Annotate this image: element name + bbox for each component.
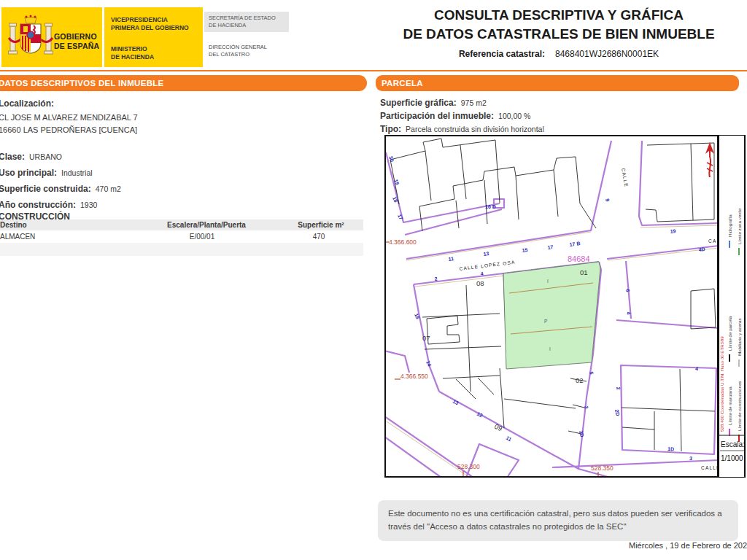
ano-construccion-value: 1930 <box>80 201 97 209</box>
construction-type-label: I <box>549 346 551 351</box>
house-number-label: 4D <box>698 246 705 252</box>
legend-item-label: Límite de parcela <box>727 316 732 351</box>
cell-superficie: 470 <box>313 233 325 241</box>
house-number-label: 16 D <box>485 204 496 209</box>
legend-utm-note: 528.400 Coordenadas U.T.M. Huso 30 ETRS8… <box>719 336 724 432</box>
cell-escalera: E/00/01 <box>190 233 214 241</box>
localizacion-label: Localización: <box>0 98 54 109</box>
spain-coat-of-arms-icon <box>7 13 54 61</box>
secretaria-line2: DE HACIENDA <box>209 22 285 29</box>
uso-principal-label: Uso principal: <box>0 168 57 178</box>
legend-item-label: Hidrografía <box>727 214 732 237</box>
legend-item-label: Mobiliario y aceras <box>737 318 742 356</box>
col-escalera-planta-puerta: Escalera/Planta/Puerta <box>167 221 246 229</box>
superficie-construida-value: 470 m2 <box>96 184 121 193</box>
address-line2: 16660 LAS PEDROÑERAS [CUENCA] <box>0 125 137 134</box>
escala-label: Escala: <box>721 440 745 448</box>
house-number-label: 1D <box>667 446 674 451</box>
house-number-label: 3 <box>689 456 692 461</box>
gobierno-text-line1: GOBIERNO <box>54 32 99 42</box>
house-number-label: 11 <box>448 256 454 262</box>
gobierno-logo-box: GOBIERNO DE ESPAÑA <box>1 7 102 67</box>
superficie-construida-label: Superficie construida: <box>0 184 91 194</box>
secretaria-box: SECRETARÍA DE ESTADO DE HACIENDA <box>204 12 289 32</box>
document-title-line1: CONSULTA DESCRIPTIVA Y GRÁFICA <box>379 7 738 23</box>
coordinate-label: 528.300 <box>457 463 480 470</box>
uso-principal-value: Industrial <box>61 168 93 177</box>
coordinate-label: 4.366.550 <box>400 373 428 380</box>
parcel-number-label: 08 <box>476 279 484 287</box>
ref-catastral-label: Referencia catastral: <box>459 49 545 59</box>
street-name-label: CA <box>708 238 716 244</box>
house-number-label: 17 <box>547 244 554 250</box>
ministerio-line1: MINISTERIO <box>111 45 154 53</box>
col-superficie: Superficie m² <box>298 221 344 229</box>
house-number-label: 15 <box>522 247 528 253</box>
parcela-section-header: PARCELA <box>376 75 739 91</box>
ministerio-line2: DE HACIENDA <box>111 53 154 61</box>
house-number-label: 4 <box>695 366 698 371</box>
clase-label: Clase: <box>0 152 25 162</box>
participacion-label: Participación del inmueble: <box>380 111 494 121</box>
coordinate-label: 4.366.600 <box>389 238 417 246</box>
participacion-value: 100,00 % <box>498 112 530 120</box>
gobierno-text-line2: DE ESPAÑA <box>54 42 99 51</box>
manzana-number-label: 84684 <box>568 254 590 263</box>
left-section-header: DATOS DESCRIPTIVOS DEL INMUEBLE <box>0 75 367 91</box>
tipo-value: Parcela construida sin división horizont… <box>406 125 544 133</box>
document-title-line2: DE DATOS CATASTRALES DE BIEN INMUEBLE <box>379 26 738 42</box>
parcel-number-label: 01 <box>580 268 588 276</box>
vicepresidencia-line1: VICEPRESIDENCIA <box>111 16 189 24</box>
legend-item-label: Límite de construcciones <box>737 381 742 431</box>
legend-item-label: Límite zona verde <box>737 208 742 244</box>
parcel-number-label: 07 <box>422 334 430 342</box>
ministerio-box: VICEPRESIDENCIA PRIMERA DEL GOBIERNO MIN… <box>104 7 203 67</box>
disclaimer-text: Este documento no es una certificación c… <box>388 509 722 531</box>
orange-divider-rule <box>0 70 747 71</box>
legend-item-label: Límite de manzana <box>727 386 732 425</box>
secretaria-line1: SECRETARÍA DE ESTADO <box>209 15 285 22</box>
cell-destino: ALMACEN <box>0 233 35 241</box>
superficie-grafica-label: Superficie gráfica: <box>380 98 457 108</box>
direccion-general-label: DIRECCIÓN GENERAL DEL CATASTRO <box>209 44 267 58</box>
cadastral-document: GOBIERNO DE ESPAÑA VICEPRESIDENCIA PRIME… <box>0 0 747 560</box>
house-number-label: 13 <box>483 251 489 257</box>
ref-catastral-value: 8468401WJ2686N0001EK <box>555 49 659 59</box>
construccion-table-empty-row <box>0 243 363 256</box>
coordinate-label: 528.350 <box>591 464 614 472</box>
vicepresidencia-line2: PRIMERA DEL GOBIERNO <box>111 24 189 32</box>
direccion-line2: DEL CATASTRO <box>209 51 267 58</box>
escala-value: 1/1000 <box>721 454 743 462</box>
document-date: Miércoles , 19 de Febrero de 2025 <box>629 541 747 550</box>
ano-construccion-label: Año construcción: <box>0 200 76 210</box>
construction-type-label: P <box>544 319 547 324</box>
address-line1: CL JOSE M ALVAREZ MENDIZABAL 7 <box>0 113 138 122</box>
col-destino: Destino <box>0 221 27 229</box>
construction-type-label: I <box>547 279 549 284</box>
house-number-label: 19 <box>670 228 676 234</box>
tipo-label: Tipo: <box>380 124 401 134</box>
street-name-label: CALLE <box>701 465 719 470</box>
parcel-number-label: 02 <box>576 376 584 384</box>
highlighted-parcel <box>503 262 600 369</box>
map-legend: HidrografíaLímite zona verdeLímite de pa… <box>719 135 746 478</box>
direccion-line1: DIRECCIÓN GENERAL <box>209 44 267 51</box>
superficie-grafica-value: 975 m2 <box>461 98 487 107</box>
clase-value: URBANO <box>29 152 62 161</box>
cadastral-map: CALLE LOPEZ OSACALLECACALLE 3019181716 D… <box>384 135 719 478</box>
disclaimer-box: Este documento no es una certificación c… <box>378 500 738 541</box>
